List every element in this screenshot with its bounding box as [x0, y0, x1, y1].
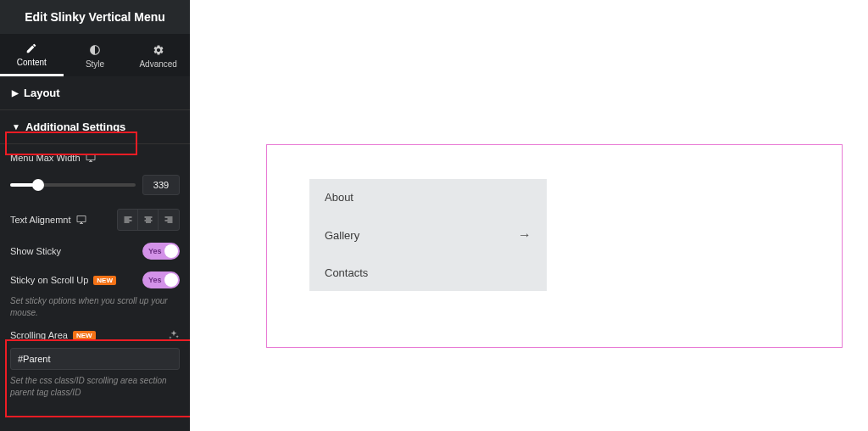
max-width-value[interactable]: 339: [142, 175, 180, 195]
align-left-button[interactable]: [118, 210, 138, 230]
align-button-group: [117, 209, 180, 231]
sticky-hint: Set sticky options when you scroll up yo…: [10, 295, 180, 319]
menu-item-contacts[interactable]: Contacts: [309, 255, 547, 291]
max-width-slider[interactable]: [10, 183, 136, 187]
gear-icon: [153, 44, 164, 56]
show-sticky-label: Show Sticky: [10, 246, 61, 256]
align-left-icon: [123, 215, 133, 225]
preview-canvas: About Gallery → Contacts: [190, 0, 868, 431]
section-label: Additional Settings: [25, 120, 125, 133]
show-sticky-toggle[interactable]: Yes: [142, 243, 180, 260]
menu-item-gallery[interactable]: Gallery →: [309, 216, 547, 255]
controls-panel: Menu Max Width 339 Text Alignemnt: [0, 144, 190, 417]
tab-label: Advanced: [139, 59, 176, 69]
scrolling-area-label: Scrolling Area: [10, 330, 68, 340]
editor-sidebar: Edit Slinky Vertical Menu Content Style …: [0, 0, 190, 431]
align-center-button[interactable]: [138, 210, 159, 230]
menu-item-about[interactable]: About: [309, 179, 547, 216]
tab-style[interactable]: Style: [64, 34, 127, 76]
arrow-right-icon: →: [518, 227, 531, 243]
ai-sparkle-icon[interactable]: [168, 329, 180, 341]
new-badge: NEW: [73, 331, 96, 340]
caret-down-icon: ▼: [12, 122, 20, 132]
desktop-icon[interactable]: [76, 215, 86, 225]
desktop-icon[interactable]: [86, 153, 96, 163]
tab-content[interactable]: Content: [0, 34, 64, 76]
align-center-icon: [143, 215, 153, 225]
scrolling-area-input[interactable]: [10, 348, 180, 370]
sticky-scroll-up-label: Sticky on Scroll Up: [10, 275, 88, 285]
tab-label: Style: [86, 59, 104, 69]
sticky-scroll-up-toggle[interactable]: Yes: [142, 271, 180, 288]
scrolling-area-hint: Set the css class/ID scrolling area sect…: [10, 375, 180, 399]
widget-frame[interactable]: About Gallery → Contacts: [266, 144, 843, 348]
caret-right-icon: ▶: [12, 88, 19, 98]
toggle-knob: [164, 244, 178, 258]
editor-tabs: Content Style Advanced: [0, 34, 190, 76]
new-badge: NEW: [93, 276, 116, 285]
align-right-button[interactable]: [159, 210, 179, 230]
section-label: Layout: [24, 87, 60, 99]
slider-thumb[interactable]: [32, 179, 44, 191]
text-align-label: Text Alignemnt: [10, 215, 71, 225]
tab-label: Content: [17, 58, 47, 67]
contrast-icon: [89, 44, 101, 56]
max-width-label: Menu Max Width: [10, 153, 81, 163]
tab-advanced[interactable]: Advanced: [126, 34, 190, 76]
pencil-icon: [25, 42, 37, 54]
section-additional-settings[interactable]: ▼ Additional Settings: [0, 110, 190, 144]
panel-title: Edit Slinky Vertical Menu: [0, 0, 190, 34]
align-right-icon: [164, 215, 174, 225]
toggle-knob: [164, 273, 178, 287]
menu-preview: About Gallery → Contacts: [309, 179, 547, 291]
section-layout[interactable]: ▶ Layout: [0, 76, 190, 110]
